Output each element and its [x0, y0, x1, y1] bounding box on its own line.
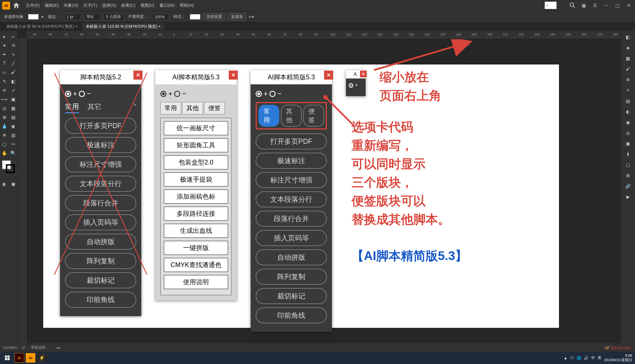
doc-tab-1[interactable]: 未标题-2.ai @ 50 % (CMYK/CPU 预览) × [2, 23, 81, 30]
opacity-value[interactable]: 100% [152, 14, 169, 20]
hand-tool[interactable]: ✋ [0, 149, 9, 157]
btn-unify-artboard[interactable]: 统一画板尺寸 [164, 121, 228, 135]
canvas[interactable]: -90-80-70-60-50-40-30-20-100102030405060… [18, 31, 620, 343]
menu-object[interactable]: 对象(O) [64, 3, 78, 8]
btn-text-split-53[interactable]: 文本段落分行 [256, 191, 327, 207]
tab-common-52[interactable]: 常用 [65, 102, 79, 113]
menu-effect[interactable]: 效果(C) [121, 3, 135, 8]
menu-help[interactable]: 帮助(H) [180, 3, 194, 8]
btn-crop-marks[interactable]: 裁切标记 [65, 272, 136, 288]
scale-mode[interactable]: 等比 [84, 13, 101, 20]
start-button[interactable] [2, 353, 12, 363]
taskbar-ai-2[interactable]: Ai [26, 353, 35, 363]
tab-notes-light[interactable]: 便签 [204, 102, 225, 114]
libraries-icon[interactable]: ⊞ [624, 171, 632, 179]
curvature-tool[interactable]: ∿ [9, 50, 18, 59]
stroke-icon[interactable]: ≡ [624, 86, 632, 94]
panel-mini-close[interactable]: ✕ [360, 71, 367, 77]
btn-para-merge-53[interactable]: 段落行合并 [256, 211, 327, 227]
mini-panel-titlebar[interactable]: A. [545, 2, 557, 9]
eyedropper-tool[interactable]: 💧 [0, 122, 9, 131]
taskbar-ai-1[interactable]: Ai [15, 353, 24, 363]
swatches-icon[interactable]: ▦ [624, 54, 632, 62]
gradient-tool[interactable]: ▤ [9, 113, 18, 122]
layers-icon[interactable]: ▣ [624, 140, 632, 147]
symbols-icon[interactable]: ✲ [624, 76, 632, 84]
tray-network-icon[interactable]: 🌐 [577, 356, 581, 360]
free-transform-tool[interactable]: ▣ [9, 95, 18, 104]
menu-select[interactable]: 选择(S) [102, 3, 116, 8]
btn-add-colorchip[interactable]: 添加画稿色标 [164, 189, 228, 204]
btn-fast-annotate[interactable]: 极速标注 [65, 137, 136, 153]
screen-mode[interactable]: ▣ [9, 179, 18, 188]
radio-on-icon[interactable] [256, 91, 262, 97]
preferences-button[interactable]: 首选项 [228, 13, 246, 20]
tray-volume-icon[interactable]: 🔊 [584, 356, 588, 360]
panel-53-light-close[interactable]: ✕ [229, 71, 238, 80]
tab-common-light[interactable]: 常用 [160, 102, 181, 114]
btn-dimension-enhance[interactable]: 标注尺寸增强 [65, 156, 136, 172]
graph-tool[interactable]: ▥ [9, 131, 18, 140]
lasso-tool[interactable]: ⟲ [9, 41, 18, 50]
type-tool[interactable]: T [0, 59, 9, 68]
rotate-tool[interactable]: ⟳ [0, 86, 9, 95]
drawing-mode[interactable]: ◐ [0, 179, 9, 188]
home-icon[interactable] [12, 2, 20, 10]
tray-icon[interactable]: ▲ [564, 356, 567, 360]
graphic-styles-icon[interactable]: ◎ [624, 129, 632, 137]
pen-tool[interactable]: ✒ [0, 50, 9, 59]
shape-builder-tool[interactable]: ◎ [0, 104, 9, 113]
workspace-icon[interactable]: ☰ [591, 2, 599, 9]
btn-open-pdf-53[interactable]: 打开多页PDF [256, 133, 327, 149]
btn-manual[interactable]: 使用说明 [164, 275, 228, 289]
expand-icon[interactable]: » [134, 102, 136, 113]
btn-open-pdf[interactable]: 打开多页PDF [65, 118, 136, 134]
properties-icon[interactable]: ◧ [624, 33, 632, 41]
doc-tab-2[interactable]: 未标题-2 @ 110.65 % (CMYK/CPU 预览) × [82, 23, 165, 30]
radio-on-icon[interactable] [349, 83, 353, 88]
btn-fast-bag[interactable]: 极速手提袋 [164, 172, 228, 187]
btn-text-split[interactable]: 文本段落分行 [65, 176, 136, 192]
btn-package-box[interactable]: 包装盒型2.0 [164, 155, 228, 170]
btn-one-click-layout[interactable]: 一键拼版 [164, 241, 228, 255]
align-icon[interactable]: ⊨▾ [249, 15, 254, 19]
btn-insert-pageno[interactable]: 插入页码等 [65, 214, 136, 230]
radio-off-icon[interactable] [79, 91, 85, 97]
artboards-icon[interactable]: ▢ [624, 161, 632, 169]
width-tool[interactable]: ⟼ [0, 95, 9, 104]
appearance-icon[interactable]: ◉ [624, 118, 632, 126]
magic-wand-tool[interactable]: ✦ [0, 41, 9, 50]
zoom-level[interactable]: 110.65% [3, 346, 17, 350]
btn-auto-layout-53[interactable]: 自动拼版 [256, 249, 327, 265]
line-tool[interactable]: ╱ [9, 59, 18, 68]
perspective-tool[interactable]: ▦ [9, 104, 18, 113]
symbol-sprayer-tool[interactable]: ✲ [0, 131, 9, 140]
radio-on-icon[interactable] [65, 91, 71, 97]
menu-window[interactable]: 窗口(W) [160, 3, 175, 8]
fill-swatch[interactable] [28, 14, 39, 20]
links-icon[interactable]: 🔗 [624, 182, 632, 190]
close-icon[interactable]: ✕ [625, 2, 632, 9]
btn-auto-layout[interactable]: 自动拼版 [65, 234, 136, 250]
btn-array-copy[interactable]: 阵列复制 [65, 253, 136, 269]
menu-type[interactable]: 文字(T) [83, 3, 97, 8]
btn-para-merge[interactable]: 段落行合并 [65, 195, 136, 211]
btn-corner-lines-53[interactable]: 印前角线 [256, 307, 327, 323]
brushes-icon[interactable]: 🖌 [624, 65, 632, 73]
paintbrush-tool[interactable]: 🖌 [9, 68, 18, 77]
maximize-icon[interactable]: ▢ [614, 2, 621, 9]
slice-tool[interactable]: ✂ [9, 140, 18, 149]
artboard-tool[interactable]: ▢ [0, 140, 9, 149]
tray-ime-icon[interactable]: 中 [591, 355, 595, 360]
btn-array-copy-53[interactable]: 阵列复制 [256, 269, 327, 285]
tab-other-52[interactable]: 其它 [87, 102, 101, 113]
search-icon[interactable] [569, 2, 576, 9]
btn-cmyk-pantone[interactable]: CMYK查找潘通色 [164, 258, 228, 272]
scale-tool[interactable]: ⤢ [9, 86, 18, 95]
blend-tool[interactable]: ◉ [9, 122, 18, 131]
btn-multi-path[interactable]: 多段路径连接 [164, 207, 228, 221]
zoom-tool[interactable]: 🔍 [9, 149, 18, 157]
tray-lang-icon[interactable]: 英 [598, 355, 601, 360]
style-swatch[interactable] [190, 14, 200, 20]
tab-notes-dark[interactable]: 便签 [303, 105, 324, 127]
